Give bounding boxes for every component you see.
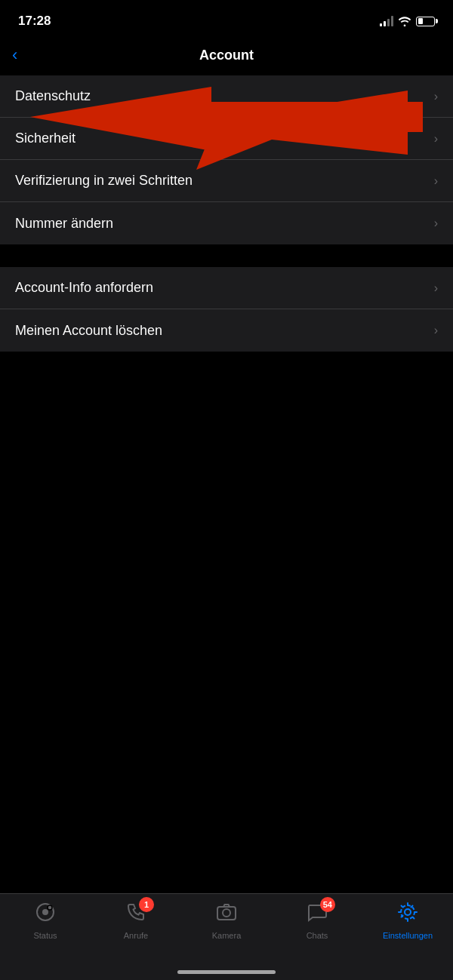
chats-tab-label: Chats xyxy=(307,931,328,940)
tab-einstellungen[interactable]: Einstellungen xyxy=(378,902,438,940)
menu-group-2: Account-Info anfordern › Meinen Account … xyxy=(0,267,453,352)
battery-icon xyxy=(416,17,435,26)
chats-badge: 54 xyxy=(320,897,335,912)
chats-icon: 54 xyxy=(307,902,328,928)
menu-item-account-delete[interactable]: Meinen Account löschen › xyxy=(0,309,453,352)
menu-item-sicherheit[interactable]: Sicherheit › xyxy=(0,118,453,160)
signal-icon xyxy=(380,16,393,26)
anrufe-icon: 1 xyxy=(125,902,146,928)
back-button[interactable]: ‹ xyxy=(12,45,17,65)
chevron-icon: › xyxy=(434,174,438,188)
einstellungen-icon xyxy=(397,902,418,928)
einstellungen-tab-label: Einstellungen xyxy=(383,931,433,940)
home-indicator xyxy=(177,970,276,974)
tab-bar: Status 1 Anrufe Kamera 54 Cha xyxy=(0,893,453,980)
chevron-icon: › xyxy=(434,132,438,146)
status-tab-label: Status xyxy=(33,931,57,940)
menu-item-nummer[interactable]: Nummer ändern › xyxy=(0,202,453,244)
svg-point-5 xyxy=(48,905,52,910)
menu-item-datenschutz[interactable]: Datenschutz › xyxy=(0,75,453,118)
status-time: 17:28 xyxy=(18,14,51,29)
anrufe-badge: 1 xyxy=(139,897,154,912)
tab-chats[interactable]: 54 Chats xyxy=(287,902,347,940)
status-icons xyxy=(380,16,435,26)
kamera-icon xyxy=(216,902,237,928)
anrufe-tab-label: Anrufe xyxy=(124,931,148,940)
menu-item-verifizierung[interactable]: Verifizierung in zwei Schritten › xyxy=(0,160,453,202)
chevron-icon: › xyxy=(434,90,438,103)
tab-anrufe[interactable]: 1 Anrufe xyxy=(106,902,166,940)
kamera-tab-label: Kamera xyxy=(212,931,242,940)
page-title: Account xyxy=(199,48,254,63)
chevron-icon: › xyxy=(434,281,438,295)
svg-point-4 xyxy=(42,909,48,915)
section-gap xyxy=(0,244,453,267)
menu-group-1: Datenschutz › Sicherheit › Verifizierung… xyxy=(0,75,453,244)
status-icon xyxy=(35,902,56,928)
wifi-icon xyxy=(398,16,411,26)
nav-header: ‹ Account xyxy=(0,38,453,75)
tab-status[interactable]: Status xyxy=(15,902,76,940)
chevron-icon: › xyxy=(434,324,438,337)
svg-point-8 xyxy=(405,909,411,915)
svg-point-9 xyxy=(401,905,414,919)
svg-point-7 xyxy=(223,909,230,917)
status-bar: 17:28 xyxy=(0,0,453,38)
menu-item-account-info[interactable]: Account-Info anfordern › xyxy=(0,267,453,309)
chevron-icon: › xyxy=(434,217,438,230)
tab-kamera[interactable]: Kamera xyxy=(196,902,257,940)
